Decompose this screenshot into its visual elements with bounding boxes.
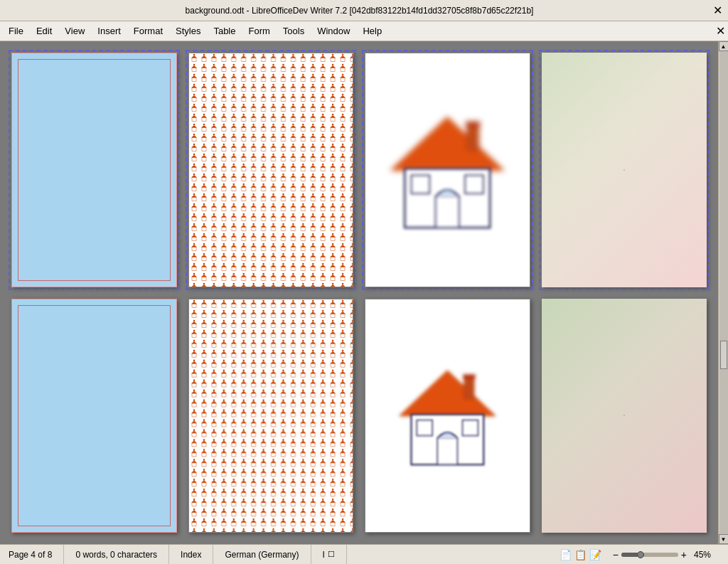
house-svg-1 — [382, 77, 513, 263]
page-5-inner — [18, 305, 171, 527]
zoom-level: 45% — [694, 550, 717, 560]
zoom-bar-fill — [621, 553, 638, 557]
page-1[interactable] — [11, 53, 177, 287]
status-language: German (Germany) — [213, 545, 311, 564]
title-bar: background.odt - LibreOfficeDev Writer 7… — [0, 0, 728, 21]
doc-icon-1[interactable]: 📄 — [560, 549, 572, 560]
page-1-inner — [18, 59, 171, 281]
house-svg-2 — [392, 336, 503, 495]
svg-marker-7 — [400, 371, 495, 416]
menu-file[interactable]: File — [3, 23, 29, 38]
svg-rect-2 — [466, 122, 480, 127]
main-area: ▲ ▼ — [0, 41, 728, 544]
svg-rect-9 — [463, 374, 475, 378]
menu-view[interactable]: View — [59, 23, 90, 38]
svg-marker-0 — [392, 117, 503, 170]
menu-close-button[interactable]: ✕ — [716, 24, 725, 38]
svg-rect-1 — [467, 124, 479, 150]
status-cursor: I ☐ — [311, 545, 347, 564]
svg-rect-4 — [436, 196, 459, 228]
page-8-inner — [623, 415, 625, 416]
menu-tools[interactable]: Tools — [277, 23, 310, 38]
pattern-canvas-1 — [189, 53, 353, 287]
zoom-handle[interactable] — [637, 551, 644, 558]
title-close-button[interactable]: ✕ — [713, 4, 722, 17]
title-text: background.odt - LibreOfficeDev Writer 7… — [6, 6, 713, 16]
status-doc-icons: 📄 📋 📝 — [554, 549, 607, 560]
menu-window[interactable]: Window — [311, 23, 355, 38]
menu-edit[interactable]: Edit — [31, 23, 58, 38]
doc-icon-3[interactable]: 📝 — [589, 549, 601, 560]
zoom-bar[interactable] — [621, 553, 678, 557]
scrollbar[interactable]: ▲ ▼ — [718, 41, 728, 544]
page-6[interactable] — [188, 299, 354, 533]
menu-table[interactable]: Table — [208, 23, 241, 38]
status-style: Index — [169, 545, 213, 564]
page-2[interactable] — [188, 53, 354, 287]
zoom-out-button[interactable]: − — [613, 549, 619, 560]
status-bar: Page 4 of 8 0 words, 0 characters Index … — [0, 544, 728, 564]
menu-form[interactable]: Form — [242, 23, 275, 38]
svg-rect-5 — [412, 175, 430, 193]
scroll-down-arrow[interactable]: ▼ — [719, 534, 729, 544]
page-4[interactable] — [542, 53, 707, 287]
scroll-up-arrow[interactable]: ▲ — [719, 41, 729, 51]
menu-insert[interactable]: Insert — [92, 23, 127, 38]
doc-icon-2[interactable]: 📋 — [574, 549, 587, 560]
menu-bar: File Edit View Insert Format Styles Tabl… — [0, 21, 728, 41]
zoom-in-button[interactable]: + — [681, 549, 687, 560]
page-7[interactable] — [365, 299, 530, 533]
page-4-inner — [623, 169, 625, 171]
page-5[interactable] — [11, 299, 177, 533]
status-zoom: − + 45% — [607, 549, 722, 560]
svg-rect-11 — [437, 438, 457, 465]
menu-format[interactable]: Format — [128, 23, 168, 38]
svg-rect-13 — [462, 420, 478, 436]
house-container-2 — [382, 322, 513, 509]
menu-styles[interactable]: Styles — [170, 23, 206, 38]
house-container-1 — [382, 77, 513, 263]
menu-help[interactable]: Help — [357, 23, 387, 38]
scrollbar-thumb[interactable] — [720, 341, 727, 369]
svg-rect-6 — [465, 175, 483, 193]
pattern-canvas-2 — [189, 299, 353, 533]
scrollbar-track[interactable] — [719, 51, 728, 534]
status-page: Page 4 of 8 — [6, 545, 64, 564]
page-3[interactable] — [365, 53, 530, 287]
svg-rect-12 — [417, 420, 432, 436]
page-8[interactable] — [542, 299, 707, 533]
svg-rect-8 — [464, 376, 474, 398]
pages-container — [0, 41, 718, 544]
status-words: 0 words, 0 characters — [64, 545, 169, 564]
